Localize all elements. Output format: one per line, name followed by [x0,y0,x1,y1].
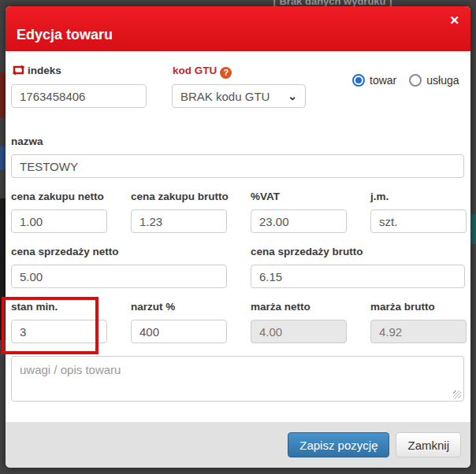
radio-usluga[interactable] [409,74,422,87]
stan-min-label: stan min. [11,301,58,313]
modal-header: Edycja towaru ✕ [6,6,470,51]
background-fragment [0,198,6,340]
narzut-input[interactable] [131,320,227,343]
radio-usluga-label: usługa [426,74,459,87]
narzut-label: narzut % [131,301,175,313]
kod-gtu-label: kod GTU? [173,65,232,79]
cena-sprzedazy-netto-input[interactable] [11,265,227,288]
marza-brutto-label: marża brutto [370,301,435,313]
nazwa-input[interactable] [11,154,464,178]
modal-footer: Zapisz pozycję Zamknij [6,422,470,468]
uwagi-textarea[interactable] [11,356,464,402]
page-backdrop: [ Brak danych wydruku ] Edycja towaru ✕ … [0,0,476,474]
help-icon[interactable]: ? [220,67,232,79]
marza-netto-label: marża netto [251,301,311,313]
background-fragment [0,72,6,118]
modal-title: Edycja towaru [17,27,113,43]
save-button[interactable]: Zapisz pozycję [288,432,389,457]
close-icon[interactable]: ✕ [449,14,459,26]
close-button[interactable]: Zamknij [396,432,461,457]
resize-grip-icon[interactable] [453,391,461,398]
cena-sprzedazy-netto-label: cena sprzedaży netto [11,246,119,257]
cena-zakupu-netto-input[interactable] [11,209,107,233]
vat-input[interactable] [251,209,347,233]
indeks-label-text: indeks [28,65,61,76]
retweet-icon [11,65,26,76]
cena-zakupu-netto-label: cena zakupu netto [11,191,104,202]
vat-label: %VAT [251,191,280,202]
kod-gtu-select[interactable]: BRAK kodu GTU ⌄ [172,84,306,108]
kod-gtu-selected-value: BRAK kodu GTU [180,90,270,103]
cena-sprzedazy-brutto-label: cena sprzedaży brutto [251,246,363,257]
cena-zakupu-brutto-input[interactable] [131,209,227,233]
jm-label: j.m. [370,191,389,202]
marza-brutto-input [370,320,467,343]
kod-gtu-label-text: kod GTU [173,65,217,76]
indeks-input[interactable] [11,84,147,108]
jm-input[interactable] [370,209,467,233]
cena-zakupu-brutto-label: cena zakupu brutto [131,191,229,202]
indeks-label: indeks [11,65,61,76]
product-type-radio-group: towar usługa [352,74,472,87]
stan-min-input[interactable] [11,320,107,343]
edit-product-modal: Edycja towaru ✕ indeks kod GTU? BRAK kod… [6,6,470,468]
radio-towar[interactable] [352,74,365,87]
cena-sprzedazy-brutto-input[interactable] [251,265,465,288]
background-fragment [0,146,6,170]
background-fragment [470,214,476,244]
marza-netto-input [251,320,347,343]
nazwa-label: nazwa [11,135,43,147]
radio-towar-label: towar [370,74,396,87]
chevron-down-icon: ⌄ [288,94,297,99]
